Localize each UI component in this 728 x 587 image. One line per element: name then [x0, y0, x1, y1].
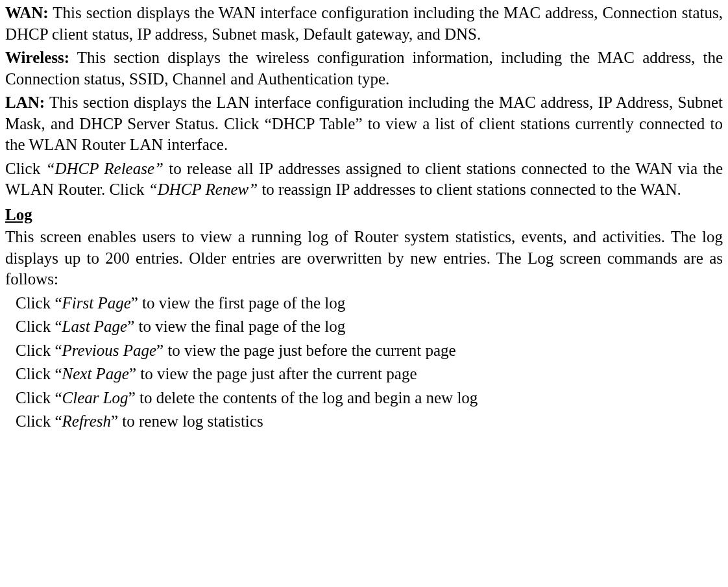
paragraph-dhcp: Click “DHCP Release” to release all IP a…	[5, 158, 723, 201]
list-item: Click “First Page” to view the first pag…	[16, 293, 723, 314]
list-cmd: Refresh	[62, 412, 111, 430]
list-post: ” to view the first page of the log	[131, 294, 345, 312]
list-pre: Click “	[16, 294, 62, 312]
list-post: ” to view the page just after the curren…	[129, 365, 417, 382]
list-cmd: Clear Log	[62, 389, 128, 406]
text-dhcp-post: to reassign IP addresses to client stati…	[258, 181, 681, 198]
label-wan: WAN:	[5, 4, 49, 21]
list-item: Click “Previous Page” to view the page j…	[16, 340, 723, 362]
list-item: Click “Refresh” to renew log statistics	[16, 411, 723, 432]
list-pre: Click “	[16, 412, 62, 430]
paragraph-wan: WAN: This section displays the WAN inter…	[5, 3, 723, 45]
list-item: Click “Last Page” to view the final page…	[16, 316, 723, 338]
list-pre: Click “	[16, 389, 62, 406]
text-dhcp-pre: Click	[5, 160, 45, 177]
text-wan: This section displays the WAN interface …	[5, 4, 723, 43]
list-cmd: First Page	[62, 294, 131, 312]
list-post: ” to view the page just before the curre…	[156, 342, 456, 359]
list-pre: Click “	[16, 318, 62, 335]
paragraph-log-intro: This screen enables users to view a runn…	[5, 227, 723, 290]
paragraph-lan: LAN: This section displays the LAN inter…	[5, 92, 723, 156]
list-cmd: Previous Page	[62, 342, 157, 359]
paragraph-wireless: Wireless: This section displays the wire…	[5, 47, 723, 90]
heading-log: Log	[5, 205, 723, 226]
list-item: Click “Clear Log” to delete the contents…	[16, 388, 723, 409]
list-item: Click “Next Page” to view the page just …	[16, 364, 723, 385]
list-cmd: Last Page	[62, 318, 128, 335]
label-wireless: Wireless:	[5, 49, 69, 66]
list-cmd: Next Page	[62, 365, 129, 382]
text-dhcp-release: “DHCP Release”	[45, 160, 163, 177]
text-lan: This section displays the LAN interface …	[5, 94, 723, 153]
text-dhcp-renew: “DHCP Renew”	[149, 181, 258, 198]
text-wireless: This section displays the wireless confi…	[5, 49, 723, 88]
list-pre: Click “	[16, 342, 62, 359]
list-post: ” to renew log statistics	[111, 412, 263, 430]
list-post: ” to delete the contents of the log and …	[128, 389, 478, 406]
list-pre: Click “	[16, 365, 62, 382]
list-post: ” to view the final page of the log	[127, 318, 345, 335]
label-lan: LAN:	[5, 94, 45, 111]
